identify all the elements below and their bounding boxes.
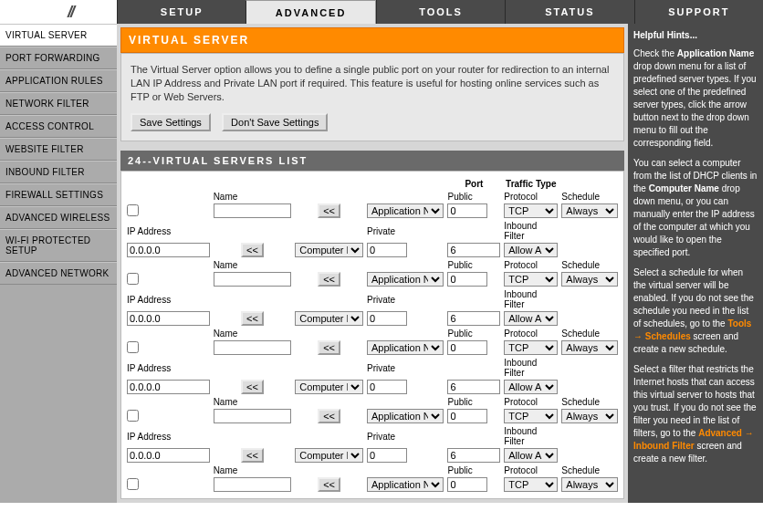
protocol-other-input[interactable] (447, 311, 500, 326)
top-tab-tools[interactable]: TOOLS (376, 0, 505, 24)
protocol-select[interactable]: TCP (504, 340, 558, 355)
protocol-select[interactable]: TCP (504, 477, 558, 492)
name-input[interactable] (214, 203, 292, 218)
panel-desc: The Virtual Server option allows you to … (120, 53, 624, 141)
label-public: Public (445, 395, 502, 408)
ip-input[interactable] (127, 380, 210, 394)
inbound-filter-select[interactable]: Allow All (504, 243, 558, 257)
sidebar: VIRTUAL SERVERPORT FORWARDINGAPPLICATION… (0, 24, 117, 503)
enable-checkbox[interactable] (127, 410, 139, 422)
private-port-input[interactable] (367, 243, 407, 257)
private-port-input[interactable] (367, 380, 407, 394)
computer-select[interactable]: Computer Name (295, 448, 363, 463)
list-title: 24--VIRTUAL SERVERS LIST (120, 151, 624, 171)
top-tab-advanced[interactable]: ADVANCED (246, 0, 375, 24)
application-select[interactable]: Application Name (367, 203, 444, 218)
sidebar-item-application-rules[interactable]: APPLICATION RULES (0, 69, 117, 92)
schedule-select[interactable]: Always (561, 409, 618, 423)
hints-title: Helpful Hints... (633, 29, 758, 42)
label-inbound: Inbound Filter (502, 219, 559, 242)
sidebar-item-firewall-settings[interactable]: FIREWALL SETTINGS (0, 183, 117, 206)
protocol-select[interactable]: TCP (504, 272, 558, 287)
label-ip: IP Address (125, 424, 212, 447)
protocol-other-input[interactable] (447, 243, 500, 257)
label-private: Private (365, 287, 445, 310)
label-schedule: Schedule (559, 327, 620, 339)
logo: // (0, 0, 117, 24)
col-port: Port (445, 177, 502, 190)
top-nav: // SETUPADVANCEDTOOLSSTATUSSUPPORT (0, 0, 763, 24)
label-schedule: Schedule (559, 258, 620, 271)
dont-save-button[interactable]: Don't Save Settings (222, 113, 328, 131)
computer-select[interactable]: Computer Name (295, 380, 363, 394)
private-port-input[interactable] (367, 448, 407, 463)
sidebar-item-network-filter[interactable]: NETWORK FILTER (0, 92, 117, 115)
protocol-select[interactable]: TCP (504, 203, 558, 218)
enable-checkbox[interactable] (127, 341, 139, 353)
sidebar-item-advanced-wireless[interactable]: ADVANCED WIRELESS (0, 206, 117, 229)
application-select[interactable]: Application Name (367, 409, 444, 423)
sidebar-item-port-forwarding[interactable]: PORT FORWARDING (0, 47, 117, 69)
public-port-input[interactable] (447, 203, 487, 218)
apply-comp-button[interactable]: << (241, 448, 264, 463)
name-input[interactable] (214, 272, 292, 287)
public-port-input[interactable] (447, 477, 487, 492)
computer-select[interactable]: Computer Name (295, 311, 363, 326)
schedule-select[interactable]: Always (561, 340, 618, 355)
public-port-input[interactable] (447, 272, 487, 287)
apply-comp-button[interactable]: << (241, 243, 264, 257)
top-tab-support[interactable]: SUPPORT (634, 0, 763, 24)
apply-app-button[interactable]: << (318, 272, 340, 287)
panel-desc-text: The Virtual Server option allows you to … (131, 64, 609, 102)
label-inbound: Inbound Filter (502, 287, 559, 310)
application-select[interactable]: Application Name (367, 340, 444, 355)
schedule-select[interactable]: Always (561, 477, 618, 492)
schedule-select[interactable]: Always (561, 203, 618, 218)
apply-app-button[interactable]: << (318, 203, 340, 218)
label-protocol: Protocol (502, 327, 559, 339)
sidebar-item-virtual-server[interactable]: VIRTUAL SERVER (0, 24, 117, 47)
apply-app-button[interactable]: << (318, 340, 340, 355)
enable-checkbox[interactable] (127, 478, 139, 490)
schedule-select[interactable]: Always (561, 272, 618, 287)
enable-checkbox[interactable] (127, 204, 139, 216)
public-port-input[interactable] (447, 409, 487, 423)
hints-panel: Helpful Hints... Check the Application N… (628, 24, 763, 503)
apply-app-button[interactable]: << (318, 409, 340, 423)
ip-input[interactable] (127, 448, 210, 463)
sidebar-item-advanced-network[interactable]: ADVANCED NETWORK (0, 262, 117, 285)
sidebar-item-inbound-filter[interactable]: INBOUND FILTER (0, 161, 117, 183)
ip-input[interactable] (127, 311, 210, 326)
inbound-filter-select[interactable]: Allow All (504, 311, 558, 326)
save-button[interactable]: Save Settings (131, 113, 211, 131)
protocol-other-input[interactable] (447, 380, 500, 394)
sidebar-item-access-control[interactable]: ACCESS CONTROL (0, 115, 117, 138)
name-input[interactable] (214, 477, 292, 492)
inbound-filter-select[interactable]: Allow All (504, 448, 558, 463)
public-port-input[interactable] (447, 340, 487, 355)
sidebar-item-website-filter[interactable]: WEBSITE FILTER (0, 138, 117, 161)
private-port-input[interactable] (367, 311, 407, 326)
inbound-filter-select[interactable]: Allow All (504, 380, 558, 394)
label-ip: IP Address (125, 287, 212, 310)
protocol-select[interactable]: TCP (504, 409, 558, 423)
apply-app-button[interactable]: << (318, 477, 340, 492)
apply-comp-button[interactable]: << (241, 380, 264, 394)
application-select[interactable]: Application Name (367, 272, 444, 287)
sidebar-item-wi-fi-protected-setup[interactable]: WI-FI PROTECTED SETUP (0, 229, 117, 262)
name-input[interactable] (214, 409, 292, 423)
name-input[interactable] (214, 340, 292, 355)
enable-checkbox[interactable] (127, 273, 139, 285)
ip-input[interactable] (127, 243, 210, 257)
label-private: Private (365, 219, 445, 242)
application-select[interactable]: Application Name (367, 477, 444, 492)
hint-p1: Check the Application Name drop down men… (633, 47, 758, 150)
top-tab-status[interactable]: STATUS (505, 0, 633, 24)
protocol-other-input[interactable] (447, 448, 500, 463)
apply-comp-button[interactable]: << (241, 311, 264, 326)
computer-select[interactable]: Computer Name (295, 243, 363, 257)
top-tab-setup[interactable]: SETUP (117, 0, 246, 24)
label-schedule: Schedule (559, 190, 620, 203)
label-name: Name (212, 190, 294, 203)
label-private: Private (365, 424, 445, 447)
